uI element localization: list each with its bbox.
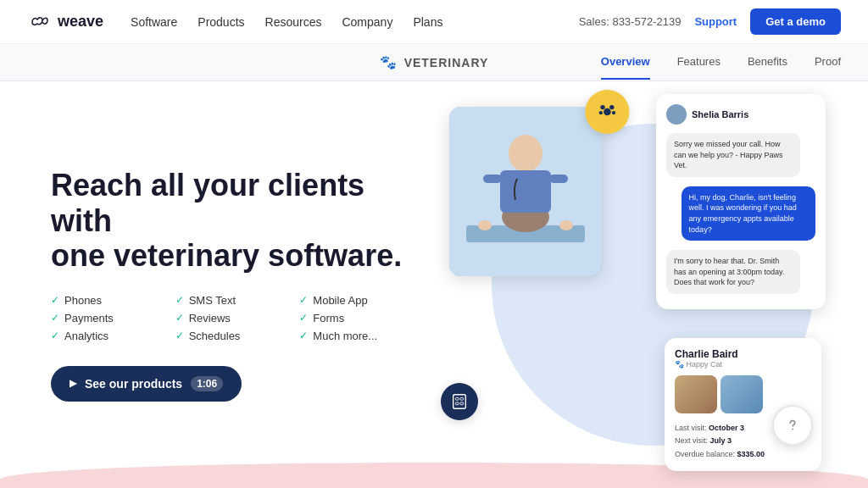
check-icon: ✓ [51, 294, 59, 306]
sub-nav: 🐾 VETERINARY Overview Features Benefits … [0, 44, 868, 81]
svg-point-16 [559, 220, 573, 230]
svg-rect-14 [549, 175, 568, 183]
nav-products[interactable]: Products [198, 15, 244, 29]
chat-bubble-3: I'm sorry to hear that. Dr. Smith has an… [666, 250, 800, 294]
question-icon [772, 405, 813, 446]
cta-timer: 1:06 [191, 376, 223, 391]
nav-links: Software Products Resources Company Plan… [131, 15, 442, 29]
play-icon: ▶ [70, 378, 76, 389]
main-content: Reach all your clients with one veterina… [0, 81, 868, 488]
svg-rect-17 [453, 395, 466, 409]
svg-point-2 [609, 105, 614, 109]
logo-text: weave [58, 13, 103, 30]
tab-proof[interactable]: Proof [815, 45, 841, 80]
check-icon: ✓ [51, 330, 59, 341]
vet-icon: 🐾 [380, 54, 398, 70]
section-title: 🐾 VETERINARY [380, 54, 489, 70]
cta-button[interactable]: ▶ See our products 1:06 [51, 366, 242, 402]
check-icon: ✓ [175, 312, 184, 324]
device-icon [441, 383, 478, 420]
svg-point-11 [509, 135, 542, 172]
svg-rect-18 [455, 397, 459, 400]
feature-schedules: ✓ Schedules [175, 330, 300, 342]
nav-company[interactable]: Company [342, 15, 392, 29]
profile-sub: 🐾 Happy Cat [675, 360, 811, 369]
tab-benefits[interactable]: Benefits [748, 45, 787, 80]
chat-bubble-2: Hi, my dog, Charlie, isn't feeling well.… [682, 186, 815, 241]
svg-point-15 [478, 220, 492, 230]
chat-card: Shelia Barris Sorry we missed your call.… [656, 94, 826, 309]
chat-bubble-1: Sorry we missed your call. How can we he… [666, 133, 800, 177]
feature-mobile: ✓ Mobile App [299, 294, 424, 307]
check-icon: ✓ [175, 294, 184, 306]
hero-title: Reach all your clients with one veterina… [51, 168, 424, 273]
nav-right: Sales: 833-572-2139 Support Get a demo [579, 8, 841, 35]
section-label: VETERINARY [404, 56, 489, 69]
feature-payments: ✓ Payments [51, 312, 175, 324]
chat-bubbles: Sorry we missed your call. How can we he… [666, 133, 815, 299]
feature-sms: ✓ SMS Text [175, 294, 300, 307]
check-icon: ✓ [51, 312, 59, 324]
feature-phones: ✓ Phones [51, 294, 175, 307]
sales-text: Sales: 833-572-2139 [579, 15, 682, 28]
chat-avatar [666, 104, 687, 125]
profile-name: Charlie Baird [675, 348, 811, 360]
features-grid: ✓ Phones ✓ SMS Text ✓ Mobile App ✓ Payme… [51, 294, 424, 342]
mini-photo-2 [721, 375, 763, 413]
cta-label: See our products [85, 377, 182, 391]
nav-plans[interactable]: Plans [413, 15, 442, 29]
svg-point-4 [612, 111, 615, 114]
logo[interactable]: weave [27, 13, 103, 30]
svg-point-1 [600, 105, 604, 109]
svg-rect-21 [460, 402, 464, 405]
chat-agent-name: Shelia Barris [692, 109, 748, 119]
nav-left: weave Software Products Resources Compan… [27, 13, 442, 30]
check-icon: ✓ [175, 330, 184, 341]
left-side: Reach all your clients with one veterina… [51, 168, 424, 401]
chat-header: Shelia Barris [666, 104, 815, 125]
svg-point-22 [792, 429, 793, 430]
paw-icon [585, 90, 629, 134]
demo-button[interactable]: Get a demo [750, 8, 841, 35]
tab-features[interactable]: Features [677, 45, 721, 80]
feature-more: ✓ Much more... [299, 330, 424, 342]
sub-nav-tabs: Overview Features Benefits Proof [601, 45, 841, 80]
svg-point-3 [599, 111, 603, 114]
nav-software[interactable]: Software [131, 15, 177, 29]
vet-photo-card [449, 107, 602, 276]
nav-resources[interactable]: Resources [265, 15, 322, 29]
mini-photo-1 [675, 375, 717, 413]
check-icon: ✓ [299, 312, 308, 324]
svg-rect-19 [460, 397, 464, 400]
svg-point-0 [604, 108, 611, 116]
tab-overview[interactable]: Overview [601, 45, 650, 80]
svg-rect-13 [483, 175, 502, 183]
feature-reviews: ✓ Reviews [175, 312, 300, 324]
right-side: Shelia Barris Sorry we missed your call.… [424, 81, 817, 488]
feature-analytics: ✓ Analytics [51, 330, 175, 342]
feature-forms: ✓ Forms [299, 312, 424, 324]
check-icon: ✓ [299, 330, 308, 341]
support-link[interactable]: Support [694, 15, 737, 28]
top-nav: weave Software Products Resources Compan… [0, 0, 868, 44]
svg-rect-12 [500, 170, 551, 213]
check-icon: ✓ [299, 294, 308, 306]
svg-rect-20 [455, 402, 459, 405]
profile-card: Charlie Baird 🐾 Happy Cat Last visit: Oc… [665, 338, 821, 471]
